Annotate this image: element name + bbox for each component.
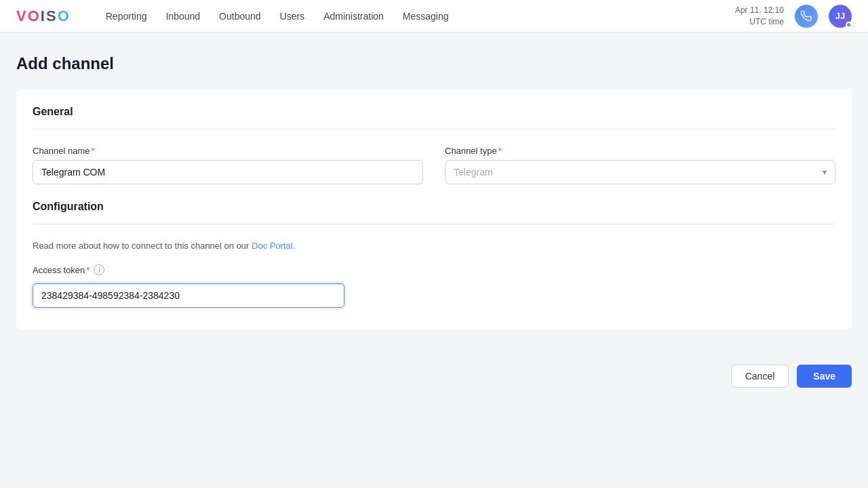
configuration-section: Configuration Read more about how to con… <box>33 201 835 308</box>
configuration-section-title: Configuration <box>33 201 835 213</box>
nav-item-inbound[interactable]: Inbound <box>157 7 208 26</box>
channel-type-label: Channel type* <box>445 146 835 156</box>
channel-name-input[interactable] <box>33 160 423 184</box>
page-content: Add channel General Channel name* Channe… <box>0 33 868 351</box>
avatar-text: JJ <box>835 11 845 21</box>
channel-name-label: Channel name* <box>33 146 423 156</box>
cancel-button[interactable]: Cancel <box>731 365 789 388</box>
channel-type-select[interactable]: Telegram ▾ <box>445 160 835 184</box>
channel-name-required: * <box>92 146 95 156</box>
channel-type-required: * <box>498 146 502 156</box>
doc-portal-link[interactable]: Doc Portal. <box>252 241 295 251</box>
form-card: General Channel name* Channel type* Tele <box>16 89 852 329</box>
access-token-label: Access token* <box>33 265 90 275</box>
logo-v: V <box>16 7 28 24</box>
datetime: Apr 11, 12:10 UTC time <box>735 5 784 28</box>
general-section: General Channel name* Channel type* Tele <box>33 106 835 184</box>
general-form-row: Channel name* Channel type* Telegram ▾ <box>33 146 835 184</box>
configuration-divider <box>33 224 835 224</box>
datetime-line2: UTC time <box>735 16 784 28</box>
save-button[interactable]: Save <box>797 365 852 388</box>
info-icon[interactable]: i <box>94 264 104 275</box>
access-token-required: * <box>86 265 90 275</box>
nav-item-messaging[interactable]: Messaging <box>395 7 457 26</box>
general-divider <box>33 129 835 129</box>
access-token-label-row: Access token* i <box>33 264 835 275</box>
nav-item-reporting[interactable]: Reporting <box>98 7 155 26</box>
nav-item-users[interactable]: Users <box>272 7 313 26</box>
avatar[interactable]: JJ <box>829 5 852 28</box>
chevron-down-icon: ▾ <box>823 167 827 177</box>
phone-button[interactable] <box>795 5 818 28</box>
header-right: Apr 11, 12:10 UTC time JJ <box>735 5 852 28</box>
logo-o2: O <box>58 7 71 24</box>
footer-actions: Cancel Save <box>0 351 868 401</box>
channel-type-group: Channel type* Telegram ▾ <box>445 146 835 184</box>
access-token-input[interactable] <box>33 283 344 308</box>
logo-s: S <box>46 7 58 24</box>
general-section-title: General <box>33 106 835 118</box>
datetime-line1: Apr 11, 12:10 <box>735 5 784 16</box>
channel-name-group: Channel name* <box>33 146 423 184</box>
avatar-status-dot <box>846 22 852 28</box>
main-nav: Reporting Inbound Outbound Users Adminis… <box>98 7 735 26</box>
logo-o1: O <box>28 7 41 24</box>
header: VOISO Reporting Inbound Outbound Users A… <box>0 0 868 33</box>
nav-item-outbound[interactable]: Outbound <box>211 7 269 26</box>
channel-type-value: Telegram <box>454 167 493 178</box>
access-token-group: Access token* i <box>33 264 835 308</box>
channel-type-select-wrapper: Telegram ▾ <box>445 160 835 184</box>
logo-i: I <box>41 7 46 24</box>
doc-text: Read more about how to connect to this c… <box>33 241 835 251</box>
logo[interactable]: VOISO <box>16 7 71 25</box>
page-title: Add channel <box>16 54 852 73</box>
nav-item-administration[interactable]: Administration <box>315 7 392 26</box>
